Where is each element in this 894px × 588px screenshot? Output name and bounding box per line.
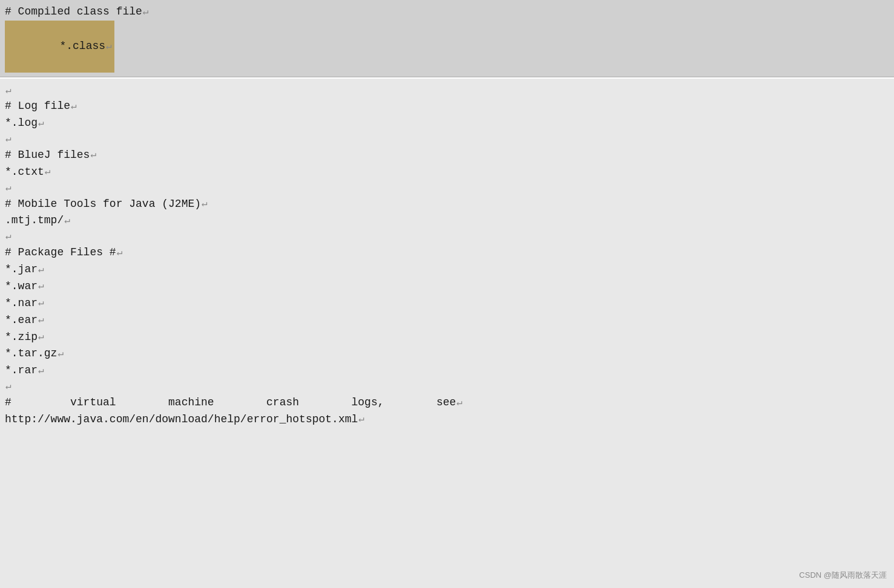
- line-jar-pattern: *.jar↵: [5, 261, 889, 278]
- line-rar-pattern: *.rar↵: [5, 362, 889, 379]
- highlighted-class-pattern: *.class↵: [5, 21, 114, 73]
- line-log-pattern: *.log↵: [5, 115, 889, 132]
- line-java-url: http://www.java.com/en/download/help/err…: [5, 411, 889, 428]
- line-virtual-comment: # virtual machine crash logs, see↵: [5, 394, 889, 411]
- line-ear-pattern: *.ear↵: [5, 312, 889, 329]
- content-section: ↵ # Log file↵ *.log↵ ↵ # BlueJ files↵ *.…: [0, 79, 894, 433]
- line-war-pattern: *.war↵: [5, 278, 889, 295]
- line-log-comment: # Log file↵: [5, 98, 889, 115]
- line-mtj-pattern: .mtj.tmp/↵: [5, 212, 889, 229]
- line-empty-5: ↵: [5, 379, 889, 394]
- top-comment-text: # Compiled class file: [5, 4, 142, 21]
- line-bluej-comment: # BlueJ files↵: [5, 147, 889, 164]
- line-targz-pattern: *.tar.gz↵: [5, 345, 889, 362]
- line-empty-2: ↵: [5, 132, 889, 147]
- line-nar-pattern: *.nar↵: [5, 295, 889, 312]
- line-empty-1: ↵: [5, 83, 889, 99]
- top-comment-line: # Compiled class file↵: [5, 4, 889, 21]
- line-empty-4: ↵: [5, 229, 889, 244]
- line-package-comment: # Package Files #↵: [5, 244, 889, 261]
- line-zip-pattern: *.zip↵: [5, 329, 889, 346]
- top-section: # Compiled class file↵ *.class↵: [0, 0, 894, 77]
- editor-container: # Compiled class file↵ *.class↵ ↵ # Log …: [0, 0, 894, 588]
- top-pattern-line: *.class↵: [5, 21, 889, 73]
- line-mobile-comment: # Mobile Tools for Java (J2ME)↵: [5, 196, 889, 213]
- line-empty-3: ↵: [5, 181, 889, 196]
- return-symbol-1: ↵: [143, 5, 149, 20]
- watermark: CSDN @随风雨散落天涯: [799, 570, 887, 581]
- line-bluej-pattern: *.ctxt↵: [5, 164, 889, 181]
